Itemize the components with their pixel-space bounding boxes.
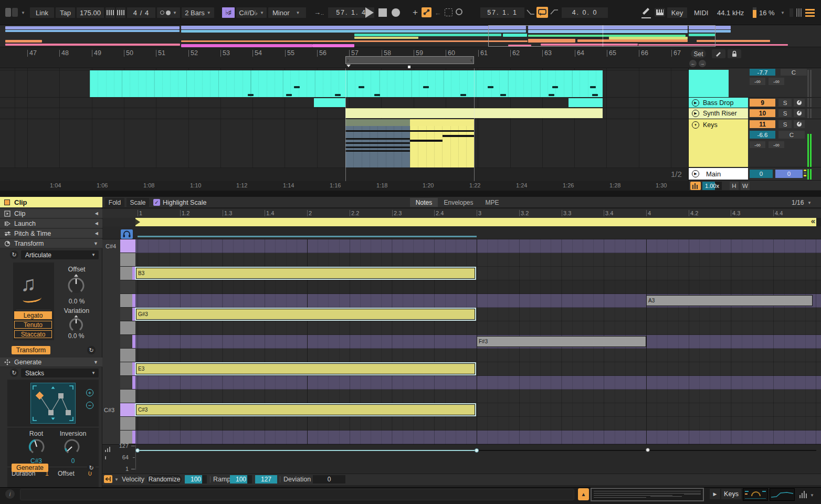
draw-automation-button[interactable] xyxy=(712,49,725,58)
track-header-synth-riser[interactable]: ▶ Synth Riser xyxy=(688,108,748,119)
playback-speed-field[interactable]: 1.00x xyxy=(702,182,722,190)
pitch-row-g3[interactable] xyxy=(135,321,821,335)
transform-refresh-button[interactable]: ↻ xyxy=(87,346,96,354)
time-signature-field[interactable]: 4 / 4 xyxy=(127,7,155,18)
quantize-menu[interactable]: 2 Bars ▼ xyxy=(182,7,214,18)
scale-root-menu[interactable]: C#/D♭ ▼ xyxy=(236,7,267,18)
collapse-left-icon[interactable]: ◀ xyxy=(95,211,98,216)
punch-out-button[interactable] xyxy=(550,8,559,17)
tab-notes[interactable]: Notes xyxy=(410,198,438,207)
hot-swap-button[interactable]: ↻ xyxy=(10,369,18,377)
collapse-left-icon[interactable]: ◀ xyxy=(95,221,98,226)
link-button[interactable]: Link xyxy=(30,7,54,18)
clip-color-swatch[interactable] xyxy=(4,200,10,205)
loop-length-field[interactable]: 4. 0. 0 xyxy=(562,7,608,18)
midi-note-gs3[interactable]: G#3 xyxy=(136,309,475,320)
offset-knob[interactable] xyxy=(66,272,87,297)
automation-arm-button[interactable] xyxy=(422,7,431,17)
device-thumbnail[interactable] xyxy=(743,488,768,501)
randomize-button[interactable]: Randomize xyxy=(147,475,182,484)
loop-start-marker-icon[interactable] xyxy=(135,219,140,225)
panel-section-generate[interactable]: Generate ▼ xyxy=(0,358,102,367)
track-pan-field[interactable]: C xyxy=(778,131,805,139)
root-knob[interactable] xyxy=(27,437,46,458)
inversion-value[interactable]: 0 xyxy=(56,457,90,465)
lane-caret-icon[interactable]: ▼ xyxy=(114,477,119,482)
piano-key-d3[interactable] xyxy=(120,390,135,403)
device-activator-button[interactable] xyxy=(794,120,805,128)
ramp-from-field[interactable]: 100 xyxy=(230,475,252,484)
main-pan-field[interactable]: 0 xyxy=(775,170,803,178)
re-enable-automation-button[interactable]: ← xyxy=(434,9,442,16)
beat-time-ruler[interactable]: 47 48 49 50 51 52 53 54 55 56 57 58 59 6… xyxy=(0,47,821,68)
transform-preset-select[interactable]: Articulate ▼ xyxy=(21,250,99,259)
velocity-marker[interactable] xyxy=(475,448,479,453)
metronome-button[interactable]: ▼ xyxy=(157,7,180,18)
piano-key-as3[interactable] xyxy=(120,280,135,294)
record-button[interactable] xyxy=(392,8,400,17)
track-fold-icon[interactable]: ▶ xyxy=(692,99,699,107)
piano-key-e3[interactable] xyxy=(120,362,135,376)
transform-apply-button[interactable]: Transform xyxy=(12,346,50,354)
draw-selection-box-icon[interactable] xyxy=(445,8,452,16)
pitch-row-d3[interactable] xyxy=(135,390,821,403)
stop-button[interactable] xyxy=(378,8,387,17)
expand-down-icon[interactable]: ▼ xyxy=(93,360,98,365)
arrangement-clip-bass[interactable] xyxy=(90,70,603,97)
pitch-row-f3[interactable] xyxy=(135,349,821,362)
piano-key-ds3[interactable] xyxy=(120,376,135,390)
track-unfold-icon[interactable]: ▼ xyxy=(692,121,699,129)
pitch-row-c4[interactable] xyxy=(135,253,821,267)
device-activator-button[interactable] xyxy=(794,109,805,117)
arrangement-loop-brace[interactable]: › ‹ xyxy=(345,56,474,64)
velocity-marker[interactable] xyxy=(646,448,650,452)
arrangement-clip-keys[interactable] xyxy=(345,119,474,167)
collapse-left-icon[interactable]: ◀ xyxy=(95,231,98,236)
track-header-keys[interactable]: ▼ Keys xyxy=(688,119,748,167)
track-send-b-field[interactable]: -∞ xyxy=(769,78,784,85)
scale-name-menu[interactable]: Minor ▼ xyxy=(268,7,306,18)
midi-note-a3[interactable]: A3 xyxy=(646,295,813,306)
punch-in-button[interactable] xyxy=(526,8,535,17)
pitch-row-c3[interactable] xyxy=(135,417,821,430)
piano-key-g3[interactable] xyxy=(120,321,135,335)
variation-knob[interactable] xyxy=(67,313,85,335)
offset-value[interactable]: 0.0 % xyxy=(62,298,91,305)
nudge-down-button[interactable] xyxy=(106,7,115,18)
height-button[interactable]: H xyxy=(730,182,739,190)
velocity-lane[interactable]: 127 64 1 xyxy=(102,444,821,474)
overview-view-rectangle[interactable] xyxy=(488,25,715,47)
track-fold-icon[interactable]: ▶ xyxy=(692,110,699,117)
panel-section-pitch-time[interactable]: Pitch & Time ◀ xyxy=(0,229,102,238)
highlight-scale-label[interactable]: Highlight Scale xyxy=(163,199,206,206)
set-locator-button[interactable]: Set xyxy=(691,49,706,58)
meter-caret-icon[interactable]: ▼ xyxy=(810,493,814,498)
tab-envelopes[interactable]: Envelopes xyxy=(440,198,477,207)
piano-key-c4[interactable] xyxy=(120,253,135,267)
cpu-caret-icon[interactable]: ▼ xyxy=(781,10,785,15)
velocity-ramp-selected[interactable] xyxy=(138,450,477,451)
track-number-box[interactable]: 9 xyxy=(750,99,775,107)
scroll-right-button[interactable]: → xyxy=(699,60,706,67)
remove-stack-button[interactable]: − xyxy=(86,402,93,409)
pitch-row-b2[interactable] xyxy=(135,430,821,444)
piano-key-fs3[interactable] xyxy=(120,335,135,349)
new-midi-button[interactable]: + xyxy=(411,8,419,17)
piano-key-gs3[interactable] xyxy=(120,308,135,321)
piano-key-b3[interactable] xyxy=(120,267,135,280)
piano-key-f3[interactable] xyxy=(120,349,135,362)
grid-caret-icon[interactable]: ▼ xyxy=(807,201,812,205)
arrangement-clip-bassdrop[interactable] xyxy=(314,98,345,107)
scale-mode-toggle[interactable]: ♭♯ xyxy=(222,7,235,18)
track-name[interactable]: Keys xyxy=(703,121,718,129)
inversion-knob[interactable] xyxy=(62,437,81,458)
arrangement-tracks-area[interactable] xyxy=(0,68,688,181)
midi-indicator[interactable]: MIDI xyxy=(694,9,708,17)
window-controls-icon[interactable] xyxy=(5,8,19,17)
highlight-scale-checkbox[interactable]: ✓ xyxy=(153,199,160,206)
midi-note-e3[interactable]: E3 xyxy=(136,363,475,374)
clip-tab-header[interactable]: Clip xyxy=(0,197,102,207)
lane-selector-icon[interactable] xyxy=(104,446,112,452)
lock-envelopes-button[interactable] xyxy=(728,49,741,58)
track-number-box[interactable]: 11 xyxy=(750,120,775,128)
